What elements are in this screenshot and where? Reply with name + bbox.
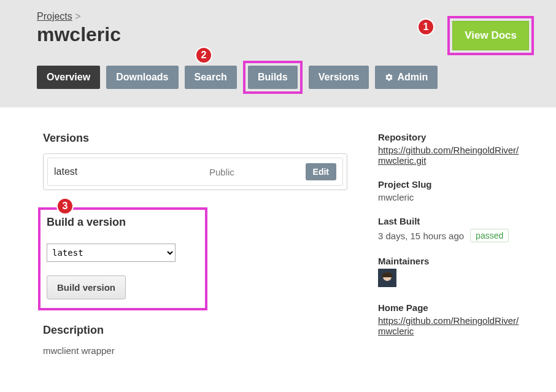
repository-label: Repository <box>378 132 519 142</box>
description-title: Description <box>43 324 347 337</box>
callout-2: 2 <box>195 47 212 64</box>
build-highlight: Build a version latest Build version <box>38 207 207 310</box>
maintainers-label: Maintainers <box>378 256 519 266</box>
breadcrumb-separator: > <box>75 11 80 21</box>
tab-downloads[interactable]: Downloads <box>106 66 178 89</box>
last-built-block: Last Built 3 days, 15 hours ago passed <box>378 216 519 242</box>
repository-link[interactable]: https://github.com/RheingoldRiver/mwcler… <box>378 145 519 166</box>
build-version-button[interactable]: Build version <box>47 275 126 299</box>
breadcrumb: Projects > <box>37 11 519 22</box>
builds-highlight: Builds <box>243 61 303 94</box>
tab-overview[interactable]: Overview <box>37 66 100 89</box>
version-name: latest <box>54 166 209 177</box>
home-page-link[interactable]: https://github.com/RheingoldRiver/mwcler… <box>378 315 519 336</box>
versions-box: latest Public Edit <box>43 153 347 190</box>
home-page-block: Home Page https://github.com/RheingoldRi… <box>378 302 519 336</box>
header: 1 2 Projects > mwcleric View Docs Overvi… <box>0 0 556 107</box>
version-visibility: Public <box>209 167 306 177</box>
build-version-select[interactable]: latest <box>47 244 176 262</box>
repository-block: Repository https://github.com/RheingoldR… <box>378 132 519 166</box>
last-built-label: Last Built <box>378 216 519 226</box>
tab-admin-label: Admin <box>397 72 428 83</box>
home-page-label: Home Page <box>378 302 519 313</box>
build-title: Build a version <box>47 216 196 229</box>
maintainers-block: Maintainers <box>378 256 519 289</box>
project-title: mwcleric <box>37 23 519 46</box>
description-text: mwclient wrapper <box>43 345 347 356</box>
build-status-badge: passed <box>470 229 509 242</box>
slug-label: Project Slug <box>378 179 519 190</box>
callout-3: 3 <box>56 198 74 215</box>
avatar <box>378 269 396 287</box>
maintainer-avatar-link[interactable] <box>378 279 396 289</box>
view-docs-button[interactable]: View Docs <box>452 21 529 50</box>
tab-versions[interactable]: Versions <box>309 66 369 89</box>
sidebar: Repository https://github.com/RheingoldR… <box>378 132 519 356</box>
tab-admin[interactable]: Admin <box>375 66 438 89</box>
content: Versions latest Public Edit 3 Build a ve… <box>0 107 556 368</box>
version-row: latest Public Edit <box>47 158 343 186</box>
tab-search[interactable]: Search <box>185 66 237 89</box>
callout-1: 1 <box>417 18 434 36</box>
version-edit-button[interactable]: Edit <box>306 163 336 180</box>
breadcrumb-projects-link[interactable]: Projects <box>37 11 72 21</box>
slug-block: Project Slug mwcleric <box>378 179 519 202</box>
build-box: Build a version latest Build version <box>43 212 203 306</box>
last-built-value: 3 days, 15 hours ago <box>378 231 464 241</box>
gear-icon <box>385 73 393 82</box>
tab-builds[interactable]: Builds <box>248 66 298 89</box>
build-section-wrapper: 3 Build a version latest Build version <box>43 207 347 324</box>
tab-bar: Overview Downloads Search Builds Version… <box>37 61 519 94</box>
view-docs-highlight: View Docs <box>447 16 534 55</box>
main-column: Versions latest Public Edit 3 Build a ve… <box>43 132 347 356</box>
versions-title: Versions <box>43 132 347 145</box>
slug-value: mwcleric <box>378 192 519 202</box>
